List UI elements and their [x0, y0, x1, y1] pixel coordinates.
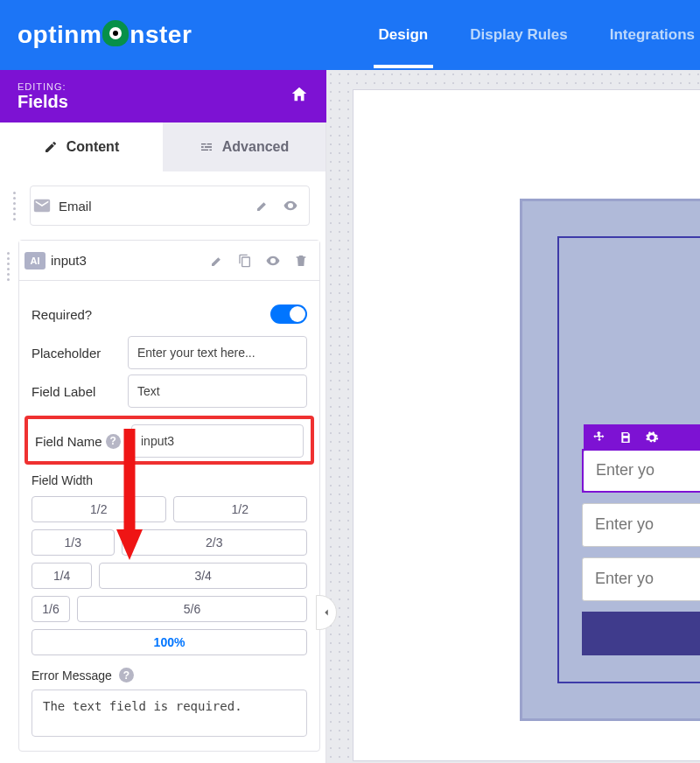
placeholder-label: Placeholder — [32, 346, 119, 360]
canvas-frame: Get o pro Join tod — [353, 89, 700, 761]
edit-icon[interactable] — [209, 253, 225, 269]
popup-inputs — [582, 449, 700, 655]
width-quarter[interactable]: 1/4 — [32, 563, 92, 589]
help-icon[interactable]: ? — [119, 668, 134, 682]
envelope-icon — [31, 194, 53, 217]
tab-content-label: Content — [66, 139, 119, 155]
home-icon[interactable] — [290, 85, 309, 108]
eye-icon[interactable] — [283, 198, 298, 214]
input-field-3[interactable] — [582, 557, 700, 601]
field-label-input[interactable] — [128, 374, 307, 408]
drag-handle[interactable] — [7, 192, 21, 220]
save-icon[interactable] — [619, 430, 633, 444]
error-message-input[interactable] — [32, 690, 307, 737]
required-label: Required? — [32, 307, 119, 322]
sliders-icon — [200, 140, 214, 154]
eye-icon[interactable] — [265, 253, 281, 269]
field-toolbar — [584, 424, 700, 451]
width-sixth[interactable]: 1/6 — [32, 596, 70, 622]
move-icon[interactable] — [592, 430, 606, 444]
drag-handle[interactable] — [7, 252, 10, 281]
required-toggle[interactable] — [270, 304, 307, 324]
design-canvas[interactable]: Get o pro Join tod — [326, 70, 700, 763]
tab-advanced[interactable]: Advanced — [163, 122, 326, 172]
nav-design[interactable]: Design — [379, 26, 429, 44]
popup-preview[interactable]: Get o pro Join tod — [520, 199, 700, 721]
nav-display-rules[interactable]: Display Rules — [470, 26, 568, 44]
row-field-name-highlight: Field Name ? — [24, 416, 314, 465]
field-row-email[interactable]: Email — [30, 186, 310, 226]
help-icon[interactable]: ? — [106, 434, 121, 449]
pencil-icon — [44, 140, 58, 154]
card-header[interactable]: AI input3 — [19, 241, 319, 281]
brand-prefix: optinm — [18, 21, 102, 49]
width-two-thirds[interactable]: 2/3 — [122, 529, 308, 556]
placeholder-input[interactable] — [128, 336, 307, 369]
brand-suffix: nster — [130, 21, 192, 49]
popup-title[interactable]: Get o pro — [582, 289, 700, 377]
width-five-sixths[interactable]: 5/6 — [77, 596, 307, 622]
left-panel: Content Advanced Email — [0, 122, 326, 763]
tab-advanced-label: Advanced — [222, 139, 289, 155]
gear-icon[interactable] — [645, 430, 659, 444]
width-third[interactable]: 1/3 — [32, 529, 115, 556]
field-name-input[interactable] — [131, 424, 304, 458]
editing-header: EDITING: Fields — [0, 70, 326, 122]
width-full[interactable]: 100% — [32, 629, 307, 655]
field-email-label: Email — [53, 199, 255, 214]
field-input3-label: input3 — [46, 253, 209, 268]
nav-integrations[interactable]: Integrations — [610, 26, 695, 44]
brand-logo: optinm nster — [18, 21, 192, 49]
monster-icon — [102, 20, 129, 46]
popup-subtitle[interactable]: Join tod — [582, 389, 700, 410]
ai-badge-icon: AI — [24, 252, 46, 270]
tab-content[interactable]: Content — [0, 122, 163, 172]
field-card-input3: AI input3 Required? Placehol — [18, 240, 320, 752]
input-field-2[interactable] — [582, 503, 700, 547]
input-field-1[interactable] — [584, 451, 700, 491]
row-required: Required? — [32, 295, 307, 333]
field-name-label: Field Name ? — [35, 434, 122, 449]
top-nav: Design Display Rules Integrations — [379, 26, 682, 44]
error-message-label: Error Message ? — [32, 668, 307, 682]
row-placeholder: Placeholder — [32, 333, 307, 372]
top-bar: optinm nster Design Display Rules Integr… — [0, 0, 700, 70]
copy-icon[interactable] — [237, 253, 253, 269]
field-width-label: Field Width — [32, 473, 307, 487]
editing-label: EDITING: — [18, 81, 68, 92]
width-half-b[interactable]: 1/2 — [173, 496, 308, 522]
selected-input-wrapper[interactable] — [582, 449, 700, 493]
chevron-left-icon — [320, 606, 332, 619]
width-half-a[interactable]: 1/2 — [32, 496, 166, 522]
editing-title: Fields — [18, 92, 68, 112]
trash-icon[interactable] — [293, 253, 309, 269]
row-field-label: Field Label — [32, 372, 307, 410]
field-label-label: Field Label — [32, 384, 119, 399]
panel-tabs: Content Advanced — [0, 122, 326, 172]
edit-icon[interactable] — [255, 198, 270, 214]
submit-button[interactable] — [582, 612, 700, 655]
width-three-quarters[interactable]: 3/4 — [99, 563, 307, 589]
